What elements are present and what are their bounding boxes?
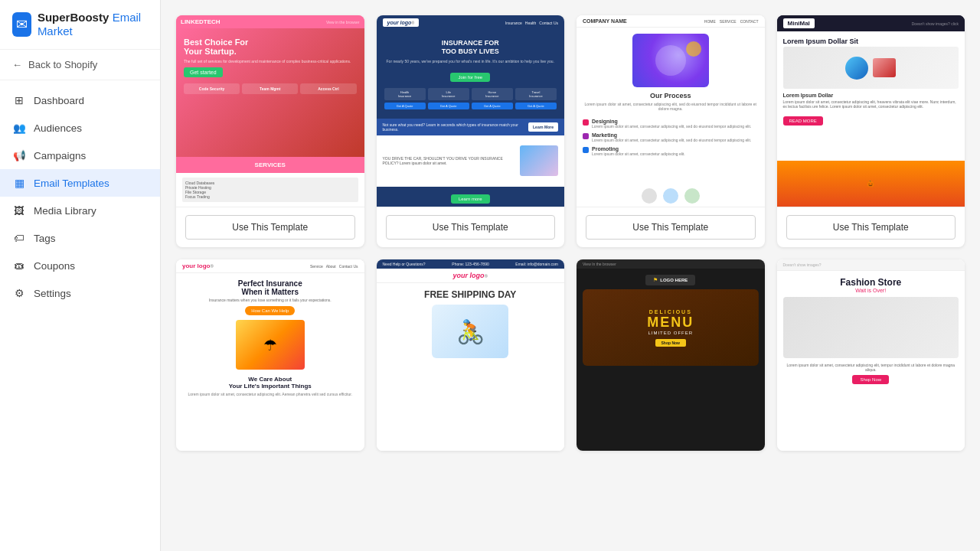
template-card-fashion: Doesn't show images? Fashion Store Wait … [777,259,965,451]
sidebar-item-campaigns[interactable]: 📢 Campaigns [0,142,160,169]
tag-icon: 🏷 [12,231,26,245]
template-preview-linkedtech: LINKEDTECH View in the browser Best Choi… [176,15,364,207]
template-action-3: Use This Template [577,207,765,247]
sidebar-item-coupons[interactable]: 🎟 Coupons [0,252,160,279]
template-preview-insurance-perfect: your logo® ServiceAboutContact Us Perfec… [176,259,364,451]
template-preview-minimal: MiniMal Doesn't show images? click Lorem… [777,15,965,207]
template-preview-insurance: your logo® InsuranceHealthContact Us INS… [377,15,565,207]
template-preview-free-shipping: Need Help or Questions? Phone: 123-456-7… [377,259,565,451]
use-template-btn-4[interactable]: Use This Template [786,215,956,240]
use-template-btn-3[interactable]: Use This Template [586,215,756,240]
template-icon: ▦ [12,176,26,190]
gear-icon: ⚙ [12,286,26,300]
template-preview-fashion: Doesn't show images? Fashion Store Wait … [777,259,965,451]
template-action-1: Use This Template [176,207,364,247]
use-template-btn-2[interactable]: Use This Template [386,215,556,240]
t1-services: SERVICES [176,157,364,173]
template-action-4: Use This Template [777,207,965,247]
sidebar-item-tags[interactable]: 🏷 Tags [0,224,160,252]
sidebar-item-dashboard[interactable]: ⊞ Dashboard [0,86,160,114]
logo-text: SuperBoosty Email Market [38,11,148,38]
sidebar-item-audiences[interactable]: 👥 Audiences [0,114,160,142]
template-preview-menu: View In the browser ⚑ LOGO HERE DELICIOU… [577,259,765,451]
template-card-insurance-busy: your logo® InsuranceHealthContact Us INS… [377,15,565,247]
sidebar-item-media-library[interactable]: 🖼 Media Library [0,197,160,224]
image-icon: 🖼 [12,204,26,217]
back-to-shopify[interactable]: ← Back to Shopify [0,50,160,80]
logo-icon: ✉ [12,12,31,37]
t1-title: Best Choice ForYour Startup. [184,37,357,56]
template-card-linkedtech: LINKEDTECH View in the browser Best Choi… [176,15,364,247]
use-template-btn-1[interactable]: Use This Template [185,215,355,240]
people-icon: 👥 [12,121,26,135]
coupon-icon: 🎟 [12,259,26,272]
template-preview-company: COMPANY NAME HOMESERVICECONTACT Our Proc… [577,15,765,207]
template-action-2: Use This Template [377,207,565,247]
template-card-insurance-perfect: your logo® ServiceAboutContact Us Perfec… [176,259,364,451]
template-card-free-shipping: Need Help or Questions? Phone: 123-456-7… [377,259,565,451]
t1-cta: Get started [184,67,223,77]
grid-icon: ⊞ [12,93,26,107]
sidebar-item-email-templates[interactable]: ▦ Email Templates [0,169,160,197]
sidebar: ✉ SuperBoosty Email Market ← Back to Sho… [0,0,161,551]
sidebar-nav: ⊞ Dashboard 👥 Audiences 📢 Campaigns ▦ Em… [0,80,160,551]
back-arrow-icon: ← [12,59,22,70]
template-card-minimal: MiniMal Doesn't show images? click Lorem… [777,15,965,247]
templates-grid: LINKEDTECH View in the browser Best Choi… [176,15,965,451]
template-card-menu: View In the browser ⚑ LOGO HERE DELICIOU… [577,259,765,451]
main-content: LINKEDTECH View in the browser Best Choi… [161,0,980,551]
logo-area: ✉ SuperBoosty Email Market [0,0,160,50]
megaphone-icon: 📢 [12,148,26,162]
t1-logo: LINKEDTECH [181,18,220,25]
template-card-company-process: COMPANY NAME HOMESERVICECONTACT Our Proc… [577,15,765,247]
sidebar-item-settings[interactable]: ⚙ Settings [0,279,160,307]
t1-body: The full set of services for development… [184,59,357,64]
